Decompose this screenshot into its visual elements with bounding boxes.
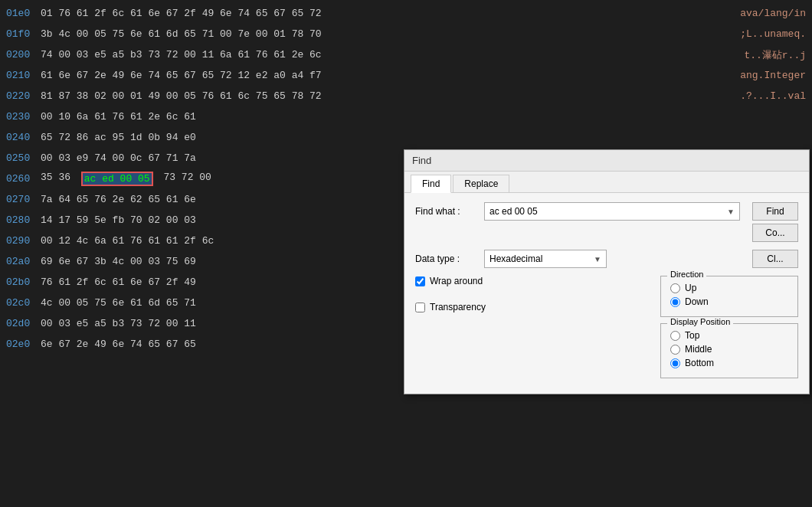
hex-line: 0240 65 72 86 ac 95 1d 0b 94 e0 (6, 127, 806, 148)
hex-addr: 02c0 (6, 297, 41, 309)
direction-down-label: Down (685, 296, 709, 307)
hex-line: 0220 81 87 38 02 00 01 49 00 05 76 61 6c… (6, 86, 806, 106)
find-dialog: Find Find Replace Find what : ac ed 00 0… (404, 149, 810, 394)
position-top-row: Top (670, 330, 788, 341)
hex-addr: 0280 (6, 214, 41, 226)
hex-text: ang.Integer (740, 70, 806, 81)
hex-addr: 02a0 (6, 256, 41, 267)
transparency-label: Transparency (430, 302, 486, 312)
data-type-select[interactable]: Hexadecimal ▼ (484, 250, 607, 268)
transparency-section: Transparency (415, 302, 640, 312)
find-button[interactable]: Find (752, 202, 798, 221)
hex-addr: 02b0 (6, 276, 41, 288)
find-what-dropdown-arrow[interactable]: ▼ (727, 208, 735, 216)
direction-title: Direction (667, 270, 706, 279)
hex-addr: 0230 (6, 111, 41, 123)
hex-bytes: 00 10 6a 61 76 61 2e 6c 61 (41, 111, 806, 123)
transparency-row: Transparency (415, 302, 640, 312)
tab-find[interactable]: Find (411, 175, 451, 193)
display-position-title: Display Position (667, 317, 733, 326)
hex-text: ;L..unameq. (740, 28, 806, 40)
hex-addr: 01f0 (6, 28, 41, 40)
dialog-left: Wrap around Transparency (415, 276, 648, 312)
hex-addr: 0220 (6, 90, 41, 102)
find-buttons: Find Co... (746, 202, 798, 242)
hex-addr: 02e0 (6, 339, 41, 350)
direction-up-row: Up (670, 283, 788, 293)
data-type-dropdown-arrow[interactable]: ▼ (594, 255, 601, 263)
dialog-body: Find what : ac ed 00 05 ▼ Find Co... Dat… (404, 193, 809, 394)
hex-addr: 0240 (6, 132, 41, 143)
hex-addr: 02d0 (6, 318, 41, 329)
close-btn-col: Cl... (746, 250, 798, 268)
wrap-around-row: Wrap around (415, 276, 640, 286)
hex-text: ava/lang/in (740, 8, 806, 19)
dialog-tabs: Find Replace (404, 172, 809, 193)
hex-bytes: 74 00 03 e5 a5 b3 73 72 00 11 6a 61 76 6… (41, 49, 735, 61)
hex-addr: 0290 (6, 235, 41, 247)
find-what-input[interactable]: ac ed 00 05 ▼ (484, 202, 740, 221)
position-bottom-label: Bottom (685, 358, 714, 368)
hex-bytes: 81 87 38 02 00 01 49 00 05 76 61 6c 75 6… (41, 90, 731, 102)
wrap-around-label: Wrap around (430, 276, 483, 286)
find-what-section: Find what : ac ed 00 05 ▼ Find Co... (415, 202, 798, 242)
position-top-label: Top (685, 330, 699, 341)
hex-addr: 0200 (6, 49, 41, 61)
direction-groupbox: Direction Up Down (660, 276, 798, 317)
hex-addr: 0260 (6, 173, 41, 185)
hex-line: 0200 74 00 03 e5 a5 b3 73 72 00 11 6a 61… (6, 44, 806, 65)
bottom-section: Wrap around Transparency Direction Up (415, 276, 798, 384)
position-bottom-radio[interactable] (670, 358, 680, 368)
direction-down-radio[interactable] (670, 297, 680, 307)
direction-up-label: Up (685, 283, 696, 293)
position-middle-row: Middle (670, 344, 788, 355)
hex-bytes: 3b 4c 00 05 75 6e 61 6d 65 71 00 7e 00 0… (41, 28, 731, 40)
direction-up-radio[interactable] (670, 283, 680, 293)
hex-bytes: 01 76 61 2f 6c 61 6e 67 2f 49 6e 74 65 6… (41, 8, 731, 19)
find-what-value: ac ed 00 05 (489, 206, 538, 217)
transparency-checkbox[interactable] (415, 303, 425, 312)
dialog-right: Direction Up Down Display Position (660, 276, 798, 384)
data-type-label: Data type : (415, 254, 484, 264)
find-what-row: Find what : ac ed 00 05 ▼ (415, 202, 740, 221)
hex-addr: 0270 (6, 194, 41, 205)
position-bottom-row: Bottom (670, 358, 788, 368)
hex-line: 01e0 01 76 61 2f 6c 61 6e 67 2f 49 6e 74… (6, 3, 806, 24)
hex-addr: 0210 (6, 70, 41, 81)
dialog-title: Find (412, 155, 431, 166)
find-what-label: Find what : (415, 206, 484, 217)
count-button[interactable]: Co... (752, 224, 798, 242)
hex-bytes: 65 72 86 ac 95 1d 0b 94 e0 (41, 132, 806, 143)
highlight-bytes: ac ed 00 05 (81, 172, 153, 186)
hex-addr: 0250 (6, 152, 41, 164)
data-type-value: Hexadecimal (489, 254, 542, 264)
display-position-groupbox: Display Position Top Middle Bottom (660, 323, 798, 378)
position-middle-radio[interactable] (670, 345, 680, 355)
direction-down-row: Down (670, 296, 788, 307)
dialog-titlebar: Find (404, 150, 809, 172)
hex-addr: 01e0 (6, 8, 41, 19)
hex-line: 01f0 3b 4c 00 05 75 6e 61 6d 65 71 00 7e… (6, 24, 806, 44)
hex-line: 0230 00 10 6a 61 76 61 2e 6c 61 (6, 106, 806, 127)
hex-text: .?...I..val (740, 90, 806, 102)
close-button[interactable]: Cl... (752, 250, 798, 268)
tab-replace[interactable]: Replace (453, 175, 509, 192)
position-top-radio[interactable] (670, 331, 680, 341)
wrap-around-checkbox[interactable] (415, 276, 425, 286)
position-middle-label: Middle (685, 344, 712, 355)
hex-bytes: 61 6e 67 2e 49 6e 74 65 67 65 72 12 e2 a… (41, 70, 731, 81)
data-type-section: Data type : Hexadecimal ▼ Cl... (415, 250, 798, 268)
hex-text: t..瀑砧r..j (744, 48, 806, 62)
hex-line: 0210 61 6e 67 2e 49 6e 74 65 67 65 72 12… (6, 65, 806, 86)
